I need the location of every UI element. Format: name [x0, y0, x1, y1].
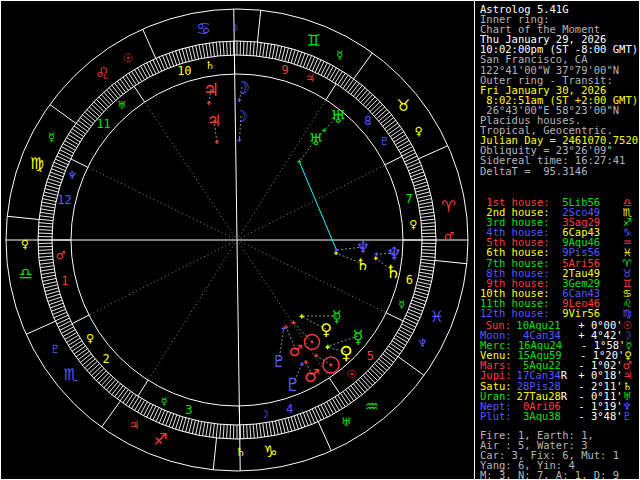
aspect-line-sextile: [299, 162, 336, 250]
sign-glyph-libra: ♎: [18, 264, 32, 283]
sign-ruler-moon-icon: ☽: [228, 21, 238, 35]
house-number-9: 9: [282, 63, 289, 77]
sign-ruler-venus-icon: ♀: [415, 124, 423, 138]
sign-glyph-gemini: ♊: [307, 31, 321, 50]
wheel-uranus-outer-icon: ♅: [330, 106, 346, 127]
house-number-1: 1: [61, 274, 68, 288]
wheel-jupiter-inner-icon: ♃: [207, 111, 221, 130]
wheel-pluto-outer-icon: ♇: [285, 374, 301, 395]
house-row-12th: 12th house:9Vir56♍: [480, 308, 639, 318]
planet-table: Sun:10Aqu21+ 0°00'☉Moon:4Can34+ 4°42'☽Me…: [480, 320, 639, 421]
element-stats-text: Fire: 1, Earth: 1,Air : 5, Water: 3Car: …: [480, 430, 639, 480]
wheel-mars-inner-icon: ♂: [289, 341, 303, 360]
sign-glyph-leo: ♌: [95, 64, 109, 83]
house-number-10: 10: [177, 64, 191, 78]
house-ruler-pluto-icon: ♇: [379, 135, 389, 148]
house-number-5: 5: [367, 349, 374, 363]
house-number-3: 3: [185, 403, 192, 417]
sign-ruler-mars-icon: ♂: [444, 229, 454, 243]
sign-glyph-aquarius: ♒: [365, 397, 379, 416]
Plut-planet-icon: ♇: [623, 411, 639, 421]
wheel-neptune-outer-icon: ♆: [386, 243, 402, 264]
wheel-moon-outer-icon: ☽: [234, 77, 250, 98]
house-cusp-table: 1st house:5Lib56♎2nd house:2Sco49♏3rd ho…: [480, 197, 639, 318]
house-ruler-venus-icon: ♀: [86, 332, 94, 345]
wheel-uranus-inner-icon: ♅: [309, 130, 323, 149]
planet-glyphs: ☽☽☿☿♀♀♂♂♃♃♄♄♅♅♆♆♇♇: [203, 77, 402, 395]
sign-ruler-sun-icon: ☉: [123, 51, 133, 65]
wheel-saturn-inner-icon: ♄: [356, 255, 370, 274]
wheel-venus-inner-icon: ♀: [320, 320, 332, 339]
sign-glyph-sagittarius: ♐: [153, 430, 167, 449]
wheel-pluto-inner-icon: ♇: [272, 352, 286, 371]
sign-ruler-mercury-icon: ☿: [48, 130, 55, 144]
house-number-12: 12: [57, 193, 71, 207]
info-line-16: DeltaT = 95.3146: [480, 166, 639, 176]
astro-chart-wheel: ♎♀♏♇♐♃♑♄♒♅♓♆♈♂♉♀♊☿♋☽♌☉♍☿1♂2♀3☿4☽5☉6☿7♀8♇…: [1, 1, 474, 479]
wheel-mercury-inner-icon: ☿: [332, 307, 342, 326]
chart-info-text: Astrolog 5.41GInner ring:Chart of the Mo…: [480, 4, 639, 176]
house-ruler-mars-icon: ♂: [56, 249, 66, 262]
sign-ruler-mercury-icon: ☿: [336, 48, 343, 62]
sign-ruler-uranus-icon: ♅: [341, 415, 351, 429]
♍-sign-icon: ♍: [623, 308, 639, 318]
sign-glyph-cancer: ♋: [196, 19, 210, 38]
stats-line-4: M: 3, N: 7, A: 1, D: 9: [480, 470, 639, 480]
astrolog-window: ♎♀♏♇♐♃♑♄♒♅♓♆♈♂♉♀♊☿♋☽♌☉♍☿1♂2♀3☿4☽5☉6☿7♀8♇…: [0, 0, 640, 480]
wheel-venus-outer-icon: ♀: [339, 342, 352, 363]
house-number-11: 11: [96, 117, 110, 131]
sign-ruler-saturn-icon: ♄: [236, 445, 246, 459]
sign-ruler-jupiter-icon: ♃: [129, 418, 139, 432]
sign-ruler-venus-icon: ♀: [21, 237, 29, 251]
sign-ruler-pluto-icon: ♇: [50, 342, 60, 356]
sign-glyph-capricorn: ♑: [263, 442, 277, 461]
info-panel: Astrolog 5.41GInner ring:Chart of the Mo…: [474, 1, 640, 479]
wheel-moon-inner-icon: ☽: [234, 107, 248, 126]
sign-glyph-pisces: ♓: [430, 307, 444, 326]
sign-ruler-neptune-icon: ♆: [417, 336, 427, 350]
house-ruler-uranus-icon: ♅: [117, 99, 127, 112]
house-number-6: 6: [406, 273, 413, 287]
house-number-4: 4: [286, 402, 293, 416]
house-number-2: 2: [102, 352, 109, 366]
info-line-15: Sidereal time: 16:27:41: [480, 155, 639, 165]
wheel-jupiter-outer-icon: ♃: [203, 79, 219, 100]
house-ruler-venus-icon: ♀: [409, 218, 417, 231]
house-ruler-moon-icon: ☽: [259, 408, 269, 421]
house-ruler-mercury-icon: ☿: [161, 395, 168, 408]
wheel-neptune-inner-icon: ♆: [356, 238, 370, 257]
house-ruler-jupiter-icon: ♃: [305, 72, 315, 85]
wheel-mars-outer-icon: ♂: [304, 365, 320, 386]
sign-glyph-scorpio: ♏: [64, 365, 78, 384]
house-ruler-mercury-icon: ☿: [398, 298, 405, 311]
wheel-mercury-outer-icon: ☿: [352, 326, 363, 347]
house-ruler-neptune-icon: ♆: [67, 169, 77, 182]
sign-glyph-taurus: ♉: [396, 96, 410, 115]
planet-row-Plut: Plut:3Aqu38- 3°48'♇: [480, 411, 639, 421]
house-number-7: 7: [405, 192, 412, 206]
house-ruler-saturn-icon: ♄: [205, 59, 215, 72]
house-ruler-sun-icon: ☉: [347, 368, 357, 381]
sign-glyph-aries: ♈: [441, 197, 455, 216]
sign-glyph-virgo: ♍: [30, 154, 44, 173]
wheel-saturn-outer-icon: ♄: [385, 261, 401, 282]
house-number-8: 8: [364, 114, 371, 128]
